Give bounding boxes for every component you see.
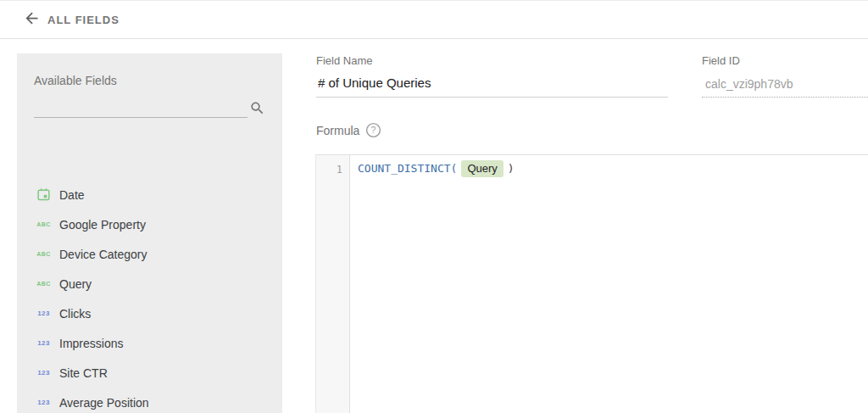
text-type-icon: ABC (36, 247, 52, 262)
formula-function-token: COUNT_DISTINCT( (358, 162, 457, 175)
number-type-icon: 123 (36, 395, 52, 410)
field-list-item[interactable]: ABC Google Property (17, 209, 282, 239)
number-type-icon: 123 (36, 336, 52, 351)
formula-label-row: Formula ? (316, 122, 381, 138)
field-label: Date (59, 188, 85, 202)
all-fields-page: ALL FIELDS Available Fields Date ABC Goo… (0, 0, 868, 413)
editor-gutter: 1 (316, 155, 350, 413)
formula-editor[interactable]: 1 COUNT_DISTINCT(Query) (315, 154, 868, 413)
back-arrow-icon (23, 9, 41, 31)
field-label: Site CTR (59, 366, 108, 380)
field-id-value: calc_vzi9ph78vb (702, 77, 868, 98)
text-type-icon: ABC (36, 276, 52, 292)
header-bar: ALL FIELDS (0, 0, 868, 39)
svg-text:?: ? (371, 126, 376, 135)
field-label: Impressions (59, 337, 123, 350)
text-type-icon: ABC (36, 217, 52, 232)
field-list-item[interactable]: 123 Clicks (17, 299, 282, 328)
formula-close-paren: ) (508, 162, 515, 175)
available-fields-title: Available Fields (34, 74, 117, 87)
back-button[interactable] (22, 10, 41, 29)
number-type-icon: 123 (36, 366, 52, 381)
field-label: Average Position (59, 396, 149, 410)
field-id-label: Field ID (702, 54, 868, 67)
field-list-item[interactable]: ABC Device Category (17, 239, 282, 269)
formula-label: Formula (316, 124, 359, 137)
field-name-label: Field Name (316, 54, 668, 67)
field-label: Query (59, 277, 92, 291)
help-icon[interactable]: ? (365, 122, 381, 138)
field-name-input[interactable] (316, 74, 668, 98)
formula-code-line[interactable]: COUNT_DISTINCT(Query) (350, 155, 868, 413)
page-title: ALL FIELDS (47, 14, 120, 26)
formula-field-chip[interactable]: Query (461, 160, 503, 177)
field-search (34, 94, 265, 118)
field-label: Device Category (59, 248, 147, 261)
field-list-item[interactable]: ABC Query (17, 269, 282, 299)
field-name-group: Field Name (316, 54, 668, 98)
field-list-item[interactable]: Date (17, 180, 282, 209)
search-icon (249, 100, 265, 116)
field-list: Date ABC Google Property ABC Device Cate… (17, 180, 282, 413)
field-list-item[interactable]: 123 Average Position (17, 388, 282, 413)
field-list-item[interactable]: 123 Impressions (17, 328, 282, 358)
field-label: Google Property (59, 218, 146, 232)
field-id-group: Field ID calc_vzi9ph78vb (702, 54, 868, 98)
available-fields-panel: Available Fields Date ABC Google Propert… (17, 53, 282, 413)
line-number: 1 (337, 164, 342, 176)
field-search-input[interactable] (34, 96, 248, 118)
field-list-item[interactable]: 123 Site CTR (17, 358, 282, 388)
field-label: Clicks (59, 307, 91, 321)
calendar-icon (36, 187, 52, 203)
number-type-icon: 123 (36, 306, 52, 321)
